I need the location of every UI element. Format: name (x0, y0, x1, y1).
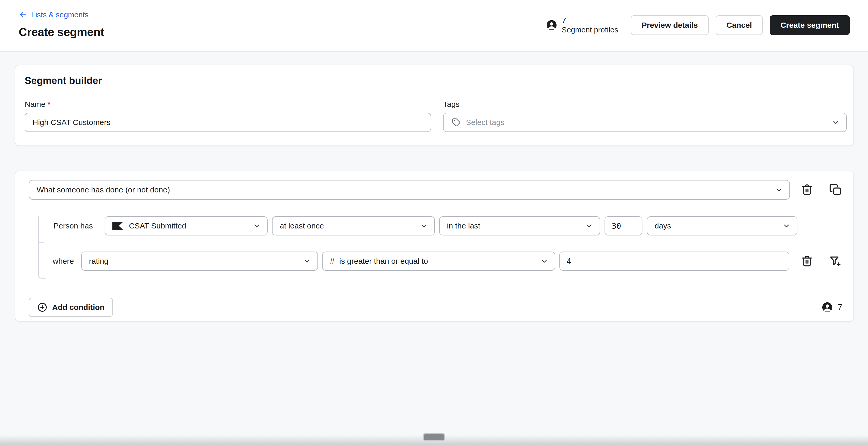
tags-select[interactable]: Select tags (443, 113, 847, 132)
timeframe-select[interactable]: in the last (439, 216, 600, 236)
page-header: Lists & segments Create segment 7 Segmen… (0, 0, 868, 52)
arrow-left-icon (19, 10, 28, 19)
segment-profiles-summary: 7 Segment profiles (546, 16, 618, 34)
condition-profile-count-value: 7 (838, 303, 842, 312)
property-value: rating (89, 257, 108, 266)
delete-filter-button[interactable] (800, 254, 814, 268)
chevron-down-icon (828, 118, 840, 127)
segment-name-input[interactable] (25, 113, 431, 132)
segment-builder-heading: Segment builder (25, 75, 847, 87)
chevron-down-icon (299, 257, 311, 265)
trash-icon (801, 255, 813, 268)
cancel-button[interactable]: Cancel (716, 15, 763, 35)
delete-condition-button[interactable] (800, 183, 814, 197)
number-type-icon: # (330, 256, 335, 266)
event-row: Person has CSAT Submitted at least once … (54, 216, 842, 236)
page-title: Create segment (19, 25, 104, 39)
filter-row-actions (800, 254, 842, 268)
tags-field: Tags Select tags (443, 100, 847, 132)
add-condition-label: Add condition (52, 303, 104, 312)
chevron-down-icon (771, 186, 783, 194)
chevron-down-icon (581, 222, 593, 230)
scroll-handle[interactable] (423, 433, 445, 441)
frequency-value: at least once (280, 221, 324, 230)
condition-card: What someone has done (or not done) Pers… (15, 171, 854, 321)
segment-builder-card: Segment builder Name* Tags Select tags (15, 65, 854, 146)
frequency-select[interactable]: at least once (272, 216, 435, 236)
tags-placeholder: Select tags (466, 118, 504, 127)
condition-type-value: What someone has done (or not done) (37, 185, 170, 194)
condition-tree: Person has CSAT Submitted at least once … (29, 216, 842, 271)
preview-details-button[interactable]: Preview details (631, 15, 709, 35)
property-select[interactable]: rating (81, 251, 318, 271)
chevron-down-icon (415, 222, 428, 230)
condition-footer: Add condition 7 (29, 298, 842, 317)
condition-profile-count: 7 (821, 301, 842, 313)
chevron-down-icon (536, 257, 549, 265)
person-circle-icon (546, 19, 558, 31)
copy-icon (829, 183, 842, 196)
segment-profiles-label: Segment profiles (562, 25, 618, 34)
header-actions: 7 Segment profiles Preview details Cance… (546, 0, 850, 35)
create-segment-button[interactable]: Create segment (770, 15, 850, 35)
tree-connector-dash (39, 242, 44, 243)
timeframe-unit-value: days (655, 221, 671, 230)
condition-type-row: What someone has done (or not done) (29, 180, 842, 200)
plus-circle-icon (37, 302, 48, 312)
name-field: Name* (25, 100, 431, 132)
operator-value: is greater than or equal to (339, 257, 428, 266)
filter-row: where rating # is greater than or equal … (53, 251, 842, 271)
trash-icon (801, 183, 813, 196)
segment-profiles-count: 7 (562, 16, 618, 26)
builder-fields: Name* Tags Select tags (25, 100, 847, 132)
klaviyo-flag-icon (113, 222, 123, 230)
segment-profiles-text: 7 Segment profiles (562, 16, 618, 34)
header-left: Lists & segments Create segment (19, 0, 104, 52)
filter-value-input[interactable] (559, 251, 789, 271)
event-value: CSAT Submitted (129, 221, 186, 230)
duplicate-condition-button[interactable] (829, 183, 842, 197)
person-has-label: Person has (54, 221, 93, 230)
filter-plus-icon (829, 255, 842, 268)
tree-connector (38, 216, 46, 278)
operator-select[interactable]: # is greater than or equal to (322, 251, 555, 271)
chevron-down-icon (248, 222, 261, 230)
tag-icon (451, 117, 461, 127)
timeframe-amount-input[interactable] (604, 216, 643, 236)
where-label: where (53, 257, 74, 266)
main-content: Segment builder Name* Tags Select tags (0, 53, 868, 445)
person-circle-icon (821, 301, 833, 313)
timeframe-value: in the last (447, 221, 480, 230)
chevron-down-icon (778, 222, 790, 230)
add-filter-button[interactable] (829, 254, 842, 268)
add-condition-button[interactable]: Add condition (29, 298, 113, 317)
condition-type-select[interactable]: What someone has done (or not done) (29, 180, 790, 200)
breadcrumb-lists-segments[interactable]: Lists & segments (19, 10, 104, 19)
required-asterisk: * (48, 100, 51, 109)
tags-label: Tags (443, 100, 847, 109)
breadcrumb-label: Lists & segments (31, 11, 89, 19)
name-label: Name* (25, 100, 431, 109)
timeframe-unit-select[interactable]: days (647, 216, 797, 236)
event-select[interactable]: CSAT Submitted (104, 216, 268, 236)
